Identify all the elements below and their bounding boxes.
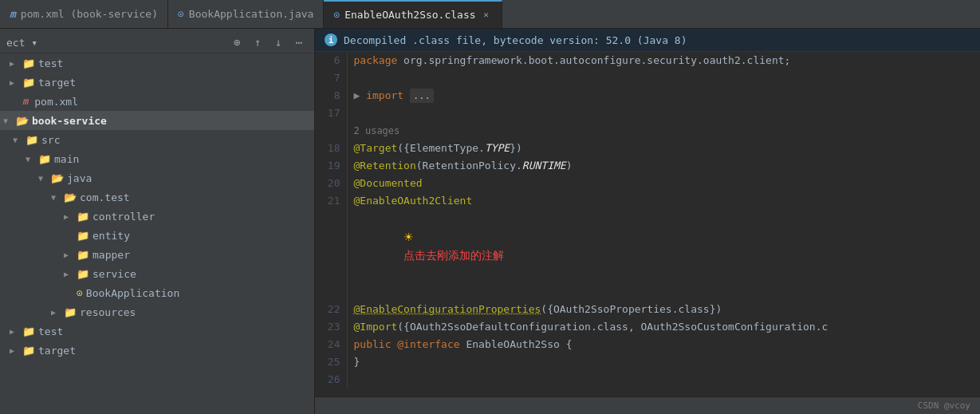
tree-item-src[interactable]: ▼ 📁 src (0, 130, 314, 149)
line-content: @EnableConfigurationProperties({OAuth2Ss… (347, 301, 980, 318)
folder-open-icon: 📂 (16, 115, 29, 127)
tree-label-book-service: book-service (32, 115, 107, 127)
tree-label-target2: target (38, 345, 76, 357)
tree-item-book-application[interactable]: ⊙ BookApplication (0, 283, 314, 302)
line-content: @Import({OAuth2SsoDefaultConfiguration.c… (347, 318, 980, 336)
add-icon[interactable]: ⊕ (228, 34, 246, 51)
tree-label-book-application: BookApplication (86, 287, 179, 299)
line-content (347, 371, 980, 388)
tree-item-java[interactable]: ▼ 📂 java (0, 168, 314, 187)
up-icon[interactable]: ↑ (249, 34, 266, 51)
tree-item-target[interactable]: ▶ 📁 target (0, 73, 314, 92)
folder-open-icon: 📁 (38, 153, 51, 165)
chevron-down-icon: ▼ (51, 193, 61, 202)
tree-label-mapper: mapper (92, 249, 130, 261)
folder-icon: 📁 (22, 57, 35, 69)
tree-item-target2[interactable]: ▶ 📁 target (0, 341, 314, 360)
book-app-tab-label: BookApplication.java (189, 8, 314, 20)
chevron-right-icon: ▶ (10, 346, 19, 355)
chevron-right-icon: ▶ (64, 250, 73, 259)
tree-label-test: test (38, 57, 63, 69)
tree-label-entity: entity (92, 230, 130, 242)
tree-item-mapper[interactable]: ▶ 📁 mapper (0, 245, 314, 264)
chevron-down-icon: ▼ (38, 174, 48, 183)
usages-content: 2 usages (347, 122, 980, 140)
line-content (347, 104, 980, 122)
code-line-17: 17 (315, 104, 980, 122)
chevron-right-icon: ▶ (64, 270, 73, 278)
app-file-icon: ⊙ (77, 287, 83, 299)
line-number-empty (315, 122, 347, 140)
tree-item-service[interactable]: ▶ 📁 service (0, 264, 314, 283)
folder-icon: 📁 (22, 325, 35, 337)
code-line-8: 8 ▶ import ... (315, 87, 980, 104)
tree-item-entity[interactable]: 📁 entity (0, 226, 314, 245)
tree-item-test2[interactable]: ▶ 📁 test (0, 321, 314, 341)
project-label: ect ▾ (6, 37, 225, 49)
code-usages: 2 usages (315, 122, 980, 140)
tree-item-resources[interactable]: ▶ 📁 resources (0, 302, 314, 321)
line-number: 23 (315, 318, 347, 336)
project-toolbar: ect ▾ ⊕ ↑ ↓ ⋯ (0, 32, 314, 53)
info-text: Decompiled .class file, bytecode version… (344, 34, 687, 46)
pom-tab-icon: m (10, 8, 16, 20)
code-line-25: 25 } (315, 353, 980, 371)
tree-label-src: src (41, 134, 60, 146)
tree-item-main[interactable]: ▼ 📁 main (0, 149, 314, 168)
tree-label-main: main (54, 153, 79, 165)
line-content: ▶ import ... (347, 87, 980, 104)
line-number: 17 (315, 104, 347, 122)
folder-icon-blue: 📂 (64, 191, 77, 203)
chevron-right-icon: ▶ (10, 78, 19, 87)
tree-item-controller[interactable]: ▶ 📁 controller (0, 207, 314, 226)
more-icon[interactable]: ⋯ (290, 34, 308, 51)
line-content (347, 69, 980, 87)
line-number: 19 (315, 157, 347, 175)
tree-item-com-test[interactable]: ▼ 📂 com.test (0, 187, 314, 207)
info-bar: i Decompiled .class file, bytecode versi… (315, 29, 980, 52)
line-number: 6 (315, 52, 347, 69)
folder-icon: 📁 (64, 306, 77, 318)
line-content: @Retention(RetentionPolicy.RUNTIME) (347, 157, 980, 175)
line-number: 20 (315, 175, 347, 192)
tree-item-book-service[interactable]: ▼ 📂 book-service (0, 111, 314, 130)
tab-book-application[interactable]: ⊙ BookApplication.java (168, 0, 324, 28)
code-line-24: 24 public @interface EnableOAuth2Sso { (315, 336, 980, 353)
line-content: package org.springframework.boot.autocon… (347, 52, 980, 69)
chevron-down-icon: ▼ (3, 116, 13, 125)
code-table: 6 package org.springframework.boot.autoc… (315, 52, 980, 388)
code-line-20: 20 @Documented (315, 175, 980, 192)
line-number: 22 (315, 301, 347, 318)
down-icon[interactable]: ↓ (270, 34, 287, 51)
close-icon[interactable]: ✕ (481, 10, 492, 21)
code-line-26: 26 (315, 371, 980, 388)
line-number: 8 (315, 87, 347, 104)
tree-label-pom: pom.xml (34, 96, 78, 108)
tree-item-test[interactable]: ▶ 📁 test (0, 53, 314, 73)
line-content: public @interface EnableOAuth2Sso { (347, 336, 980, 353)
tree-label-service: service (92, 268, 136, 280)
code-line-23: 23 @Import({OAuth2SsoDefaultConfiguratio… (315, 318, 980, 336)
tree-label-target: target (38, 77, 76, 89)
line-number: 18 (315, 140, 347, 157)
code-line-18: 18 @Target({ElementType.TYPE}) (315, 140, 980, 157)
info-icon: i (325, 34, 337, 46)
tree-label-controller: controller (92, 211, 155, 223)
code-line-7: 7 (315, 69, 980, 87)
code-area[interactable]: 6 package org.springframework.boot.autoc… (315, 52, 980, 396)
footer: CSDN @vcoy (315, 396, 980, 414)
tab-pom[interactable]: m pom.xml (book-service) (0, 0, 168, 28)
line-content: } (347, 353, 980, 371)
main-layout: ect ▾ ⊕ ↑ ↓ ⋯ ▶ 📁 test ▶ 📁 target m pom.… (0, 29, 980, 414)
code-line-6: 6 package org.springframework.boot.autoc… (315, 52, 980, 69)
code-line-19: 19 @Retention(RetentionPolicy.RUNTIME) (315, 157, 980, 175)
pom-file-icon: m (22, 96, 28, 107)
tree-item-pom[interactable]: m pom.xml (0, 92, 314, 111)
tab-enable-oauth[interactable]: ⊙ EnableOAuth2Sso.class ✕ (324, 0, 502, 28)
line-number: 24 (315, 336, 347, 353)
chevron-placeholder: ▶ (10, 327, 19, 336)
folder-icon: 📁 (77, 230, 89, 242)
tooltip-arrow-icon: ☀ (403, 231, 414, 243)
line-number: 25 (315, 353, 347, 371)
folder-icon: 📁 (77, 211, 89, 223)
